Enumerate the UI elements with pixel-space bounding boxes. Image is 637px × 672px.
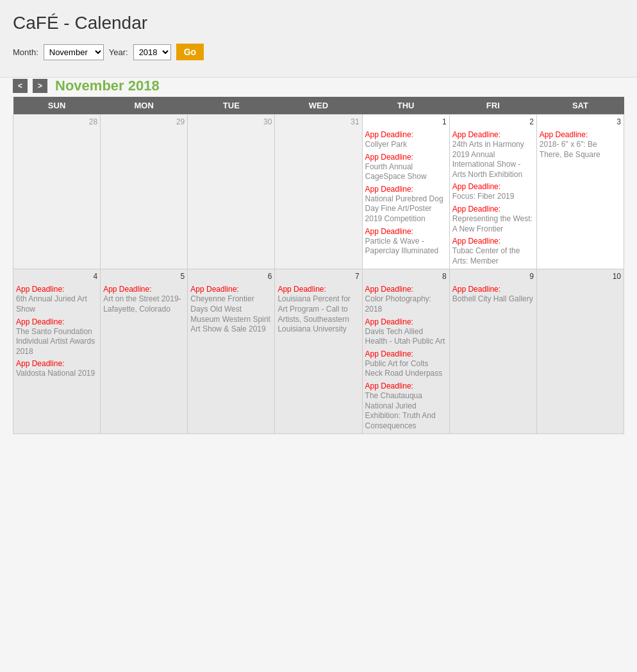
col-wed: WED: [275, 97, 362, 115]
cell-oct31: 31: [275, 115, 362, 269]
event-name[interactable]: Fourth Annual CageSpace Show: [365, 162, 447, 182]
cell-nov5: 5 App Deadline: Art on the Street 2019- …: [101, 269, 188, 434]
col-thu: THU: [362, 97, 449, 115]
app-deadline[interactable]: App Deadline:: [365, 382, 447, 391]
cell-oct30: 30: [188, 115, 275, 269]
next-month-button[interactable]: >: [33, 79, 47, 93]
app-deadline[interactable]: App Deadline:: [365, 349, 447, 358]
day-number: 9: [452, 272, 534, 282]
day-number: 2: [452, 117, 534, 128]
event-name[interactable]: Public Art for Colts Neck Road Underpass: [365, 359, 447, 379]
app-deadline[interactable]: App Deadline:: [365, 317, 447, 326]
cell-oct28: 28: [13, 115, 101, 269]
cell-nov10: 10: [536, 269, 624, 434]
col-fri: FRI: [449, 97, 536, 115]
cell-nov6: 6 App Deadline: Cheyenne Frontier Days O…: [188, 269, 275, 434]
app-deadline[interactable]: App Deadline:: [16, 359, 97, 368]
day-number: 4: [16, 272, 97, 282]
event-name[interactable]: Bothell City Hall Gallery: [452, 294, 534, 305]
day-number: 6: [190, 272, 272, 282]
prev-month-button[interactable]: <: [13, 79, 28, 93]
calendar-table: SUN MON TUE WED THU FRI SAT 28 29 30: [13, 97, 624, 434]
app-deadline[interactable]: App Deadline:: [452, 237, 534, 246]
app-deadline[interactable]: App Deadline:: [365, 153, 447, 162]
day-number: 28: [16, 117, 97, 128]
cell-nov4: 4 App Deadline: 6th Annual Juried Art Sh…: [13, 269, 101, 434]
event-name[interactable]: Particle & Wave - Paperclay Illuminated: [365, 237, 447, 256]
day-number: 31: [277, 117, 359, 128]
day-number: 30: [190, 117, 272, 128]
month-select[interactable]: November January February March April Ma…: [44, 44, 104, 60]
event-name[interactable]: Davis Tech Allied Health - Utah Public A…: [365, 327, 447, 347]
weekday-header-row: SUN MON TUE WED THU FRI SAT: [13, 97, 624, 115]
calendar-row-1: 28 29 30 31 1 App Deadline: Collyer Park…: [13, 115, 624, 269]
cell-nov9: 9 App Deadline: Bothell City Hall Galler…: [449, 269, 536, 434]
event-name[interactable]: Representing the West: A New Frontier: [452, 214, 534, 234]
event-name[interactable]: Focus: Fiber 2019: [452, 192, 534, 202]
cell-oct29: 29: [101, 115, 188, 269]
event-name[interactable]: Cheyenne Frontier Days Old West Museum W…: [190, 294, 272, 334]
app-deadline[interactable]: App Deadline:: [190, 285, 272, 294]
app-deadline[interactable]: App Deadline:: [365, 130, 447, 139]
cell-nov8: 8 App Deadline: Color Photography: 2018 …: [362, 269, 449, 434]
app-deadline[interactable]: App Deadline:: [540, 130, 621, 139]
day-number: 8: [365, 272, 447, 282]
app-deadline[interactable]: App Deadline:: [16, 317, 97, 326]
month-label: Month:: [13, 47, 38, 57]
cell-nov7: 7 App Deadline: Louisiana Percent for Ar…: [275, 269, 362, 434]
event-name[interactable]: The Santo Foundation Individual Artist A…: [16, 327, 97, 357]
app-deadline[interactable]: App Deadline:: [365, 185, 447, 194]
day-number: 5: [103, 272, 185, 282]
event-name[interactable]: Louisiana Percent for Art Program - Call…: [277, 294, 359, 334]
event-name[interactable]: Valdosta National 2019: [16, 369, 97, 379]
day-number: 10: [540, 272, 621, 282]
col-mon: MON: [101, 97, 188, 115]
app-deadline[interactable]: App Deadline:: [16, 285, 97, 294]
app-deadline[interactable]: App Deadline:: [365, 285, 447, 294]
app-deadline[interactable]: App Deadline:: [277, 285, 359, 294]
event-name[interactable]: 2018- 6" x 6": Be There, Be Square: [540, 140, 621, 160]
app-deadline[interactable]: App Deadline:: [452, 205, 534, 214]
app-deadline[interactable]: App Deadline:: [103, 285, 185, 294]
cell-nov3: 3 App Deadline: 2018- 6" x 6": Be There,…: [536, 115, 624, 269]
event-name[interactable]: Tubac Center of the Arts: Member: [452, 246, 534, 266]
event-name[interactable]: National Purebred Dog Day Fine Art/Poste…: [365, 194, 447, 224]
app-deadline[interactable]: App Deadline:: [365, 227, 447, 236]
calendar-row-2: 4 App Deadline: 6th Annual Juried Art Sh…: [13, 269, 624, 434]
day-number: 3: [540, 117, 621, 128]
go-button[interactable]: Go: [176, 44, 204, 60]
day-number: 7: [277, 272, 359, 282]
year-select[interactable]: 2018 2016 2017 2019 2020: [133, 44, 171, 60]
event-name[interactable]: Color Photography: 2018: [365, 294, 447, 314]
app-deadline[interactable]: App Deadline:: [452, 182, 534, 191]
year-label: Year:: [109, 47, 128, 57]
cell-nov2: 2 App Deadline: 24th Arts in Harmony 201…: [449, 115, 536, 269]
event-name[interactable]: Art on the Street 2019- Lafayette, Color…: [103, 294, 185, 314]
calendar-wrap: SUN MON TUE WED THU FRI SAT 28 29 30: [0, 97, 637, 447]
app-deadline[interactable]: App Deadline:: [452, 130, 534, 139]
calendar-title: November 2018: [55, 78, 160, 94]
event-name[interactable]: Collyer Park: [365, 140, 447, 150]
day-number: 29: [103, 117, 185, 128]
event-name[interactable]: 6th Annual Juried Art Show: [16, 294, 97, 314]
day-number: 1: [365, 117, 447, 128]
col-sat: SAT: [536, 97, 624, 115]
page-header: CaFÉ - Calendar Month: November January …: [0, 0, 637, 78]
calendar-nav: < > November 2018: [0, 78, 637, 94]
controls-row: Month: November January February March A…: [13, 44, 624, 60]
col-sun: SUN: [13, 97, 101, 115]
app-deadline[interactable]: App Deadline:: [452, 285, 534, 294]
event-name[interactable]: The Chautauqua National Juried Exhibitio…: [365, 391, 447, 431]
event-name[interactable]: 24th Arts in Harmony 2019 Annual Interna…: [452, 140, 534, 180]
page-title: CaFÉ - Calendar: [13, 13, 624, 33]
cell-nov1: 1 App Deadline: Collyer Park App Deadlin…: [362, 115, 449, 269]
col-tue: TUE: [188, 97, 275, 115]
